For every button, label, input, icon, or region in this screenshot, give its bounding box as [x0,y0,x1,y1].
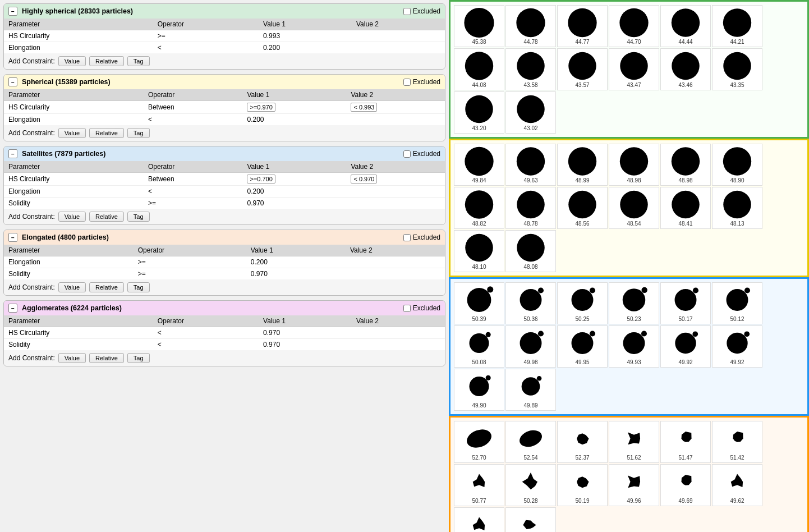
particle-cell[interactable]: 52.70 [454,421,504,463]
btn-tag-agglomerates[interactable]: Tag [127,353,150,363]
particle-cell[interactable]: 43.47 [609,48,659,90]
excluded-check-agglomerates[interactable]: Excluded [403,304,440,312]
add-constraint-highly-spherical: Add Constraint:ValueRelativeTag [4,53,445,69]
btn-relative-elongated[interactable]: Relative [89,282,124,292]
btn-value-elongated[interactable]: Value [58,282,86,292]
particle-cell[interactable]: 49.62 [712,464,762,506]
svg-point-18 [672,147,700,175]
btn-tag-spherical[interactable]: Tag [127,128,150,138]
particle-cell[interactable]: 50.23 [609,282,659,324]
particle-cell[interactable]: 48.54 [609,187,659,229]
excluded-check-spherical[interactable]: Excluded [403,78,440,86]
particle-label: 50.23 [627,316,641,323]
particle-cell[interactable]: 48.56 [557,187,608,229]
particle-cell[interactable]: 48.13 [712,187,762,229]
collapse-btn-satellites[interactable]: − [8,149,17,158]
particle-cell[interactable]: 44.44 [660,5,711,47]
add-constraint-agglomerates: Add Constraint:ValueRelativeTag [4,350,445,366]
particle-cell[interactable]: 49.96 [609,464,659,506]
btn-value-highly-spherical[interactable]: Value [58,56,86,66]
particle-cell[interactable]: 49.63 [505,144,556,186]
param-value2-0: < 0.970 [346,173,445,186]
excluded-checkbox-elongated[interactable] [403,234,411,241]
excluded-checkbox-highly-spherical[interactable] [403,8,411,15]
btn-relative-highly-spherical[interactable]: Relative [89,56,124,66]
particle-cell[interactable]: 50.39 [454,282,504,324]
excluded-label-spherical: Excluded [413,78,440,86]
particle-cell[interactable]: 48.78 [505,187,556,229]
particle-cell[interactable]: 50.25 [557,282,608,324]
excluded-checkbox-satellites[interactable] [403,150,411,158]
particle-cell[interactable]: 49.89 [505,369,556,411]
excluded-checkbox-spherical[interactable] [403,79,411,86]
excluded-check-satellites[interactable]: Excluded [403,150,440,158]
particle-cell[interactable]: 49.98 [505,325,556,368]
particle-cell[interactable]: 48.98 [660,144,711,186]
particle-cell[interactable]: 43.57 [557,48,608,90]
particle-cell[interactable]: 43.35 [712,48,762,90]
btn-tag-highly-spherical[interactable]: Tag [127,56,150,66]
btn-tag-satellites[interactable]: Tag [127,212,150,222]
particle-cell[interactable]: 43.58 [505,48,556,90]
particle-cell[interactable]: 43.02 [505,91,556,134]
particle-cell[interactable]: 44.21 [712,5,762,47]
particle-cell[interactable]: 50.12 [712,282,762,324]
particle-cell[interactable]: 52.54 [505,421,556,463]
svg-point-33 [590,288,595,293]
particle-cell[interactable]: 48.82 [454,187,504,229]
particle-cell[interactable]: 50.08 [454,325,504,368]
particle-cell[interactable]: 51.42 [712,421,762,463]
collapse-btn-agglomerates[interactable]: − [8,304,17,313]
particle-cell[interactable]: 44.08 [454,48,504,90]
particle-cell[interactable]: 48.98 [609,144,659,186]
particle-cell[interactable]: 49.92 [660,325,711,368]
btn-value-spherical[interactable]: Value [58,128,86,138]
excluded-check-elongated[interactable]: Excluded [403,233,440,241]
collapse-btn-elongated[interactable]: − [8,233,17,242]
particle-cell[interactable]: 43.46 [660,48,711,90]
excluded-checkbox-agglomerates[interactable] [403,305,411,312]
particle-cell[interactable]: 50.36 [505,282,556,324]
particle-cell[interactable]: 49.92 [712,325,762,368]
particle-cell[interactable]: 49.50 [454,507,504,532]
particle-cell[interactable]: 48.99 [557,144,608,186]
particle-cell[interactable]: 51.47 [660,421,711,463]
value-field-between-0[interactable]: >=0.970 [247,103,275,112]
param-value1-0: 0.200 [246,256,346,268]
collapse-btn-highly-spherical[interactable]: − [8,7,17,16]
particle-cell[interactable]: 45.38 [454,5,504,47]
btn-tag-elongated[interactable]: Tag [127,282,150,292]
particle-cell[interactable]: 50.19 [557,464,608,506]
excluded-check-highly-spherical[interactable]: Excluded [403,7,440,15]
particle-image [507,145,554,177]
particle-cell[interactable]: 49.95 [557,325,608,368]
particle-cell[interactable]: 50.28 [505,464,556,506]
particle-cell[interactable]: 49.21 [505,507,556,532]
particle-cell[interactable]: 48.10 [454,230,504,272]
particle-cell[interactable]: 49.84 [454,144,504,186]
particle-cell[interactable]: 49.90 [454,369,504,411]
particle-cell[interactable]: 50.17 [660,282,711,324]
btn-relative-satellites[interactable]: Relative [89,212,124,222]
value-field-between2-0[interactable]: < 0.993 [351,103,377,112]
particle-cell[interactable]: 44.70 [609,5,659,47]
btn-value-satellites[interactable]: Value [58,212,86,222]
particle-cell[interactable]: 44.78 [505,5,556,47]
btn-relative-spherical[interactable]: Relative [89,128,124,138]
collapse-btn-spherical[interactable]: − [8,77,17,86]
particle-cell[interactable]: 49.69 [660,464,711,506]
particle-cell[interactable]: 48.90 [712,144,762,186]
particle-cell[interactable]: 51.62 [609,421,659,463]
btn-relative-agglomerates[interactable]: Relative [89,353,124,363]
particle-cell[interactable]: 44.77 [557,5,608,47]
btn-value-agglomerates[interactable]: Value [58,353,86,363]
particle-cell[interactable]: 49.93 [609,325,659,368]
value-field-between2-0[interactable]: < 0.970 [351,175,377,184]
svg-point-11 [723,52,751,80]
particle-cell[interactable]: 52.37 [557,421,608,463]
particle-cell[interactable]: 50.77 [454,464,504,506]
particle-cell[interactable]: 43.20 [454,91,504,134]
particle-cell[interactable]: 48.08 [505,230,556,272]
particle-cell[interactable]: 48.41 [660,187,711,229]
value-field-between-0[interactable]: >=0.700 [247,175,275,184]
